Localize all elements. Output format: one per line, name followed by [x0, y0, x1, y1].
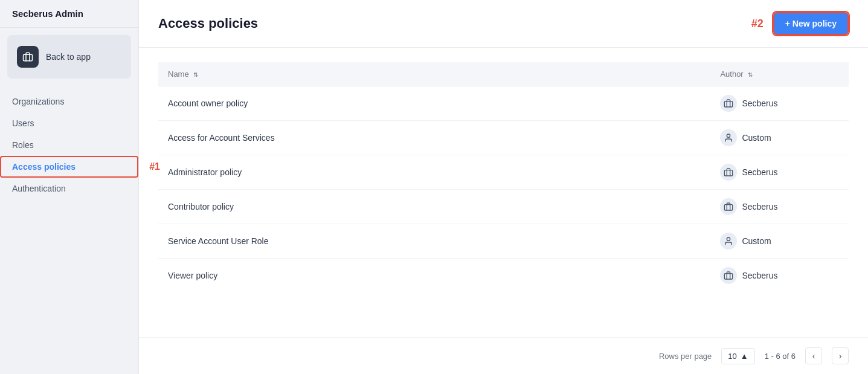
policy-name: Contributor policy — [158, 190, 710, 224]
author-name: Custom — [742, 236, 771, 246]
author-sort-icon: ⇅ — [748, 71, 753, 78]
author-name: Secberus — [742, 98, 777, 108]
sidebar: Secberus Admin Back to app Organizations… — [0, 0, 139, 374]
author-avatar — [720, 198, 737, 215]
svg-rect-1 — [725, 102, 733, 107]
back-to-app-label: Back to app — [46, 52, 91, 62]
col-header-author[interactable]: Author ⇅ — [710, 62, 849, 86]
policy-name: Access for Account Services — [158, 121, 710, 155]
svg-point-5 — [727, 237, 730, 240]
policy-author: Secberus — [710, 259, 849, 293]
rows-per-page-label: Rows per page — [659, 352, 712, 361]
main-content: Access policies #2 + New policy Name ⇅ A… — [139, 0, 868, 374]
author-name: Secberus — [742, 167, 777, 177]
sidebar-item-users[interactable]: Users — [0, 112, 138, 134]
author-name: Secberus — [742, 202, 777, 211]
annotation-1: #1 — [149, 161, 160, 172]
table-row[interactable]: Account owner policySecberus — [158, 86, 849, 121]
author-avatar — [720, 95, 737, 112]
chevron-up-icon: ▲ — [741, 352, 748, 361]
author-name: Custom — [742, 133, 771, 143]
author-name: Secberus — [742, 271, 777, 280]
svg-rect-3 — [725, 170, 733, 176]
policies-table: Name ⇅ Author ⇅ Account owner policySecb… — [158, 62, 849, 292]
table-row[interactable]: Contributor policySecberus — [158, 190, 849, 224]
col-header-name[interactable]: Name ⇅ — [158, 62, 710, 86]
page-range: 1 - 6 of 6 — [765, 352, 796, 361]
table-header-row: Name ⇅ Author ⇅ — [158, 62, 849, 86]
policy-author: Secberus — [710, 86, 849, 121]
author-avatar — [720, 164, 737, 181]
svg-point-2 — [727, 134, 730, 137]
policy-author: Secberus — [710, 155, 849, 190]
sidebar-item-access-policies[interactable]: Access policies #1 — [0, 156, 138, 178]
svg-rect-6 — [725, 274, 733, 279]
table-row[interactable]: Service Account User RoleCustom — [158, 224, 849, 259]
pagination: Rows per page 10 ▲ 1 - 6 of 6 ‹ › — [139, 337, 868, 374]
prev-page-button[interactable]: ‹ — [805, 347, 822, 364]
next-page-button[interactable]: › — [832, 347, 849, 364]
app-title: Secberus Admin — [0, 0, 138, 28]
sidebar-item-authentication[interactable]: Authentication — [0, 178, 138, 199]
table-container: Name ⇅ Author ⇅ Account owner policySecb… — [139, 48, 868, 337]
rows-per-page-select[interactable]: 10 ▲ — [721, 348, 754, 364]
policy-name: Account owner policy — [158, 86, 710, 121]
sidebar-item-organizations[interactable]: Organizations — [0, 91, 138, 112]
table-row[interactable]: Administrator policySecberus — [158, 155, 849, 190]
page-title: Access policies — [158, 16, 258, 31]
policy-author: Custom — [710, 224, 849, 259]
sidebar-nav: Organizations Users Roles Access policie… — [0, 86, 138, 204]
policy-name: Service Account User Role — [158, 224, 710, 259]
annotation-badge-2: #2 — [751, 18, 764, 30]
header-actions: #2 + New policy — [751, 12, 849, 35]
app-icon — [17, 46, 39, 68]
table-row[interactable]: Viewer policySecberus — [158, 259, 849, 293]
author-avatar — [720, 233, 737, 250]
name-sort-icon: ⇅ — [193, 71, 198, 78]
policy-name: Administrator policy — [158, 155, 710, 190]
back-to-app-button[interactable]: Back to app — [7, 35, 131, 79]
policy-name: Viewer policy — [158, 259, 710, 293]
svg-rect-0 — [24, 54, 33, 61]
author-avatar — [720, 129, 737, 146]
sidebar-item-roles[interactable]: Roles — [0, 134, 138, 156]
svg-rect-4 — [725, 205, 733, 210]
main-header: Access policies #2 + New policy — [139, 0, 868, 48]
table-row[interactable]: Access for Account ServicesCustom — [158, 121, 849, 155]
policy-author: Secberus — [710, 190, 849, 224]
author-avatar — [720, 267, 737, 284]
policy-author: Custom — [710, 121, 849, 155]
new-policy-button[interactable]: + New policy — [773, 12, 849, 35]
